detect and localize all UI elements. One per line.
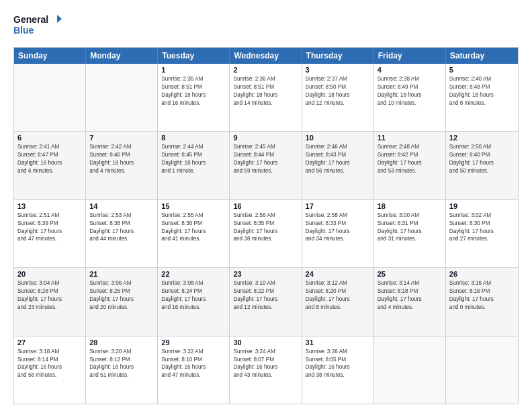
day-number: 27 <box>17 338 82 347</box>
day-number: 24 <box>306 270 370 278</box>
day-info: Sunrise: 2:36 AM Sunset: 8:51 PM Dayligh… <box>233 75 298 107</box>
empty-cell <box>14 64 86 131</box>
header-day-thursday: Thursday <box>302 48 374 64</box>
day-cell-15: 15Sunrise: 2:55 AM Sunset: 8:36 PM Dayli… <box>158 200 230 267</box>
day-cell-6: 6Sunrise: 2:41 AM Sunset: 8:47 PM Daylig… <box>14 132 86 199</box>
day-cell-26: 26Sunrise: 3:16 AM Sunset: 8:16 PM Dayli… <box>446 268 518 335</box>
calendar: SundayMondayTuesdayWednesdayThursdayFrid… <box>13 47 519 404</box>
header-day-friday: Friday <box>374 48 446 64</box>
day-number: 13 <box>17 202 82 210</box>
header-day-sunday: Sunday <box>14 48 86 64</box>
day-cell-29: 29Sunrise: 3:22 AM Sunset: 8:10 PM Dayli… <box>158 336 230 404</box>
day-number: 23 <box>233 270 298 278</box>
day-cell-31: 31Sunrise: 3:26 AM Sunset: 8:05 PM Dayli… <box>302 336 374 404</box>
day-cell-28: 28Sunrise: 3:20 AM Sunset: 8:12 PM Dayli… <box>86 336 158 404</box>
day-info: Sunrise: 2:53 AM Sunset: 8:38 PM Dayligh… <box>89 212 154 244</box>
svg-text:Blue: Blue <box>13 25 34 36</box>
day-number: 11 <box>378 134 442 142</box>
calendar-row-1: 1Sunrise: 2:35 AM Sunset: 8:51 PM Daylig… <box>14 64 518 132</box>
day-number: 3 <box>306 66 370 74</box>
day-info: Sunrise: 2:41 AM Sunset: 8:47 PM Dayligh… <box>17 143 82 175</box>
logo-svg: General Blue <box>13 12 62 40</box>
day-info: Sunrise: 3:00 AM Sunset: 8:31 PM Dayligh… <box>378 212 442 244</box>
logo: General Blue <box>13 12 62 40</box>
header-day-monday: Monday <box>86 48 158 64</box>
day-cell-30: 30Sunrise: 3:24 AM Sunset: 8:07 PM Dayli… <box>230 336 302 404</box>
svg-marker-2 <box>57 15 62 23</box>
day-cell-5: 5Sunrise: 2:40 AM Sunset: 8:48 PM Daylig… <box>446 64 518 131</box>
day-number: 10 <box>306 134 370 142</box>
day-number: 12 <box>449 134 515 142</box>
day-info: Sunrise: 2:58 AM Sunset: 8:33 PM Dayligh… <box>306 212 370 244</box>
empty-cell <box>374 336 446 404</box>
calendar-row-2: 6Sunrise: 2:41 AM Sunset: 8:47 PM Daylig… <box>14 132 518 199</box>
day-cell-23: 23Sunrise: 3:10 AM Sunset: 8:22 PM Dayli… <box>230 268 302 335</box>
day-cell-14: 14Sunrise: 2:53 AM Sunset: 8:38 PM Dayli… <box>86 200 158 267</box>
day-cell-18: 18Sunrise: 3:00 AM Sunset: 8:31 PM Dayli… <box>374 200 446 267</box>
day-cell-10: 10Sunrise: 2:46 AM Sunset: 8:43 PM Dayli… <box>302 132 374 199</box>
day-info: Sunrise: 3:12 AM Sunset: 8:20 PM Dayligh… <box>306 279 370 312</box>
day-number: 20 <box>17 270 82 278</box>
day-cell-25: 25Sunrise: 3:14 AM Sunset: 8:18 PM Dayli… <box>374 268 446 335</box>
day-info: Sunrise: 2:50 AM Sunset: 8:40 PM Dayligh… <box>449 143 515 175</box>
day-number: 26 <box>449 270 515 278</box>
day-info: Sunrise: 2:38 AM Sunset: 8:49 PM Dayligh… <box>378 75 442 107</box>
day-info: Sunrise: 3:26 AM Sunset: 8:05 PM Dayligh… <box>306 348 370 380</box>
day-cell-4: 4Sunrise: 2:38 AM Sunset: 8:49 PM Daylig… <box>374 64 446 131</box>
day-info: Sunrise: 2:51 AM Sunset: 8:39 PM Dayligh… <box>17 212 82 244</box>
day-number: 30 <box>233 338 298 347</box>
day-number: 15 <box>161 202 226 210</box>
day-cell-11: 11Sunrise: 2:48 AM Sunset: 8:42 PM Dayli… <box>374 132 446 199</box>
day-cell-8: 8Sunrise: 2:44 AM Sunset: 8:45 PM Daylig… <box>158 132 230 199</box>
day-info: Sunrise: 2:46 AM Sunset: 8:43 PM Dayligh… <box>306 143 370 175</box>
day-number: 28 <box>89 338 154 347</box>
day-cell-17: 17Sunrise: 2:58 AM Sunset: 8:33 PM Dayli… <box>302 200 374 267</box>
day-info: Sunrise: 2:35 AM Sunset: 8:51 PM Dayligh… <box>161 75 226 107</box>
day-info: Sunrise: 3:08 AM Sunset: 8:24 PM Dayligh… <box>161 279 226 312</box>
day-info: Sunrise: 2:56 AM Sunset: 8:35 PM Dayligh… <box>233 212 298 244</box>
calendar-row-3: 13Sunrise: 2:51 AM Sunset: 8:39 PM Dayli… <box>14 200 518 268</box>
calendar-body: 1Sunrise: 2:35 AM Sunset: 8:51 PM Daylig… <box>14 64 518 404</box>
day-cell-19: 19Sunrise: 3:02 AM Sunset: 8:30 PM Dayli… <box>446 200 518 267</box>
day-info: Sunrise: 3:10 AM Sunset: 8:22 PM Dayligh… <box>233 279 298 312</box>
day-info: Sunrise: 2:48 AM Sunset: 8:42 PM Dayligh… <box>378 143 442 175</box>
day-info: Sunrise: 3:16 AM Sunset: 8:16 PM Dayligh… <box>449 279 515 312</box>
day-cell-16: 16Sunrise: 2:56 AM Sunset: 8:35 PM Dayli… <box>230 200 302 267</box>
header-day-saturday: Saturday <box>446 48 518 64</box>
calendar-page: General Blue SundayMondayTuesdayWednesda… <box>0 0 532 411</box>
day-info: Sunrise: 2:40 AM Sunset: 8:48 PM Dayligh… <box>449 75 515 107</box>
day-number: 1 <box>161 66 226 74</box>
day-number: 14 <box>89 202 154 210</box>
day-cell-22: 22Sunrise: 3:08 AM Sunset: 8:24 PM Dayli… <box>158 268 230 335</box>
day-number: 2 <box>233 66 298 74</box>
day-info: Sunrise: 3:14 AM Sunset: 8:18 PM Dayligh… <box>378 279 442 312</box>
day-number: 31 <box>306 338 370 347</box>
day-number: 29 <box>161 338 226 347</box>
day-cell-27: 27Sunrise: 3:18 AM Sunset: 8:14 PM Dayli… <box>14 336 86 404</box>
day-number: 4 <box>378 66 442 74</box>
day-info: Sunrise: 2:44 AM Sunset: 8:45 PM Dayligh… <box>161 143 226 175</box>
day-number: 7 <box>89 134 154 142</box>
day-info: Sunrise: 2:45 AM Sunset: 8:44 PM Dayligh… <box>233 143 298 175</box>
day-number: 19 <box>449 202 515 210</box>
day-number: 25 <box>378 270 442 278</box>
day-cell-3: 3Sunrise: 2:37 AM Sunset: 8:50 PM Daylig… <box>302 64 374 131</box>
day-cell-1: 1Sunrise: 2:35 AM Sunset: 8:51 PM Daylig… <box>158 64 230 131</box>
page-header: General Blue <box>13 12 519 40</box>
empty-cell <box>446 336 518 404</box>
day-cell-2: 2Sunrise: 2:36 AM Sunset: 8:51 PM Daylig… <box>230 64 302 131</box>
day-number: 22 <box>161 270 226 278</box>
day-info: Sunrise: 3:02 AM Sunset: 8:30 PM Dayligh… <box>449 212 515 244</box>
day-number: 5 <box>449 66 515 74</box>
day-number: 16 <box>233 202 298 210</box>
day-info: Sunrise: 2:42 AM Sunset: 8:46 PM Dayligh… <box>89 143 154 175</box>
day-cell-9: 9Sunrise: 2:45 AM Sunset: 8:44 PM Daylig… <box>230 132 302 199</box>
day-info: Sunrise: 2:37 AM Sunset: 8:50 PM Dayligh… <box>306 75 370 107</box>
day-number: 8 <box>161 134 226 142</box>
day-cell-21: 21Sunrise: 3:06 AM Sunset: 8:26 PM Dayli… <box>86 268 158 335</box>
day-cell-12: 12Sunrise: 2:50 AM Sunset: 8:40 PM Dayli… <box>446 132 518 199</box>
day-cell-24: 24Sunrise: 3:12 AM Sunset: 8:20 PM Dayli… <box>302 268 374 335</box>
day-number: 9 <box>233 134 298 142</box>
day-info: Sunrise: 3:22 AM Sunset: 8:10 PM Dayligh… <box>161 348 226 380</box>
header-day-tuesday: Tuesday <box>158 48 230 64</box>
